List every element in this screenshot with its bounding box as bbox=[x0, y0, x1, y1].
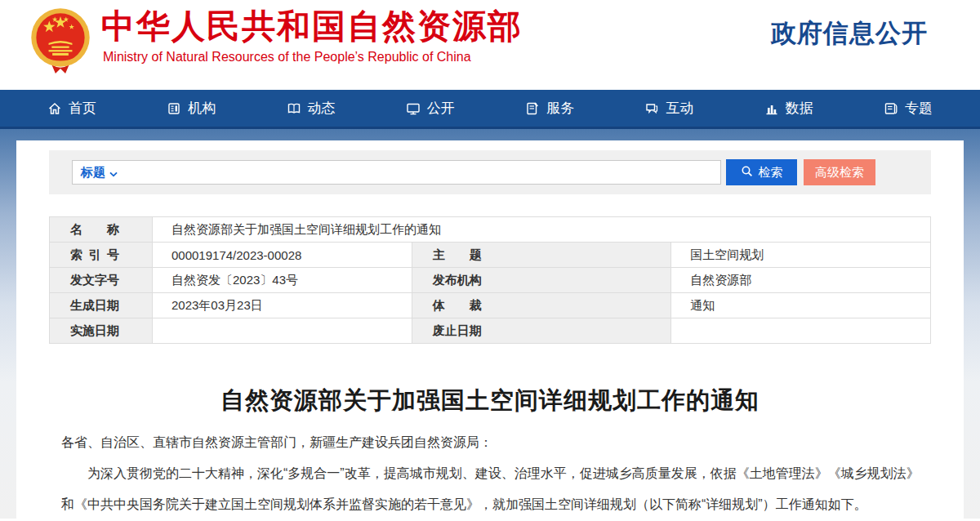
site-subtitle-en: Ministry of Natural Resources of the Peo… bbox=[103, 50, 471, 65]
meta-value-issuing-agency: 自然资源部 bbox=[671, 268, 931, 293]
chevron-down-icon bbox=[109, 166, 118, 180]
article-title: 自然资源部关于加强国土空间详细规划工作的通知 bbox=[49, 386, 931, 414]
meta-label-issue-date: 生成日期 bbox=[50, 293, 153, 318]
nav-label: 首页 bbox=[69, 99, 96, 118]
search-icon bbox=[741, 165, 754, 180]
meta-value-index-number: 000019174/2023-00028 bbox=[153, 243, 412, 268]
article-body: 各省、自治区、直辖市自然资源主管部门，新疆生产建设兵团自然资源局： 为深入贯彻党… bbox=[49, 427, 931, 520]
home-icon bbox=[47, 101, 62, 116]
nav-item-organization[interactable]: 机构 bbox=[167, 99, 216, 118]
meta-row: 索引号 000019174/2023-00028 主题 国土空间规划 bbox=[50, 243, 931, 268]
organization-icon bbox=[167, 101, 181, 116]
article-paragraph: 为深入贯彻党的二十大精神，深化“多规合一”改革，提高城市规划、建设、治理水平，促… bbox=[61, 458, 921, 520]
page-background: 标题 检索 高级检索 名称 自然资源部关于加强国土空间详细规划工作的通知 索引号… bbox=[0, 129, 980, 519]
meta-label-index-number: 索引号 bbox=[50, 243, 153, 268]
meta-row: 实施日期 废止日期 bbox=[50, 318, 931, 344]
search-button-label: 检索 bbox=[759, 165, 783, 180]
doc-meta-table: 名称 自然资源部关于加强国土空间详细规划工作的通知 索引号 000019174/… bbox=[49, 216, 931, 344]
site-title: 中华人民共和国自然资源部 bbox=[101, 7, 523, 46]
nav-item-service[interactable]: 服务 bbox=[525, 99, 574, 118]
nav-item-disclosure[interactable]: 公开 bbox=[406, 99, 455, 118]
search-panel: 标题 检索 高级检索 bbox=[49, 150, 931, 194]
advanced-search-label: 高级检索 bbox=[815, 165, 864, 180]
article-salutation: 各省、自治区、直辖市自然资源主管部门，新疆生产建设兵团自然资源局： bbox=[61, 427, 921, 458]
search-input[interactable] bbox=[124, 162, 712, 183]
meta-label-subject: 主题 bbox=[412, 243, 671, 268]
meta-label-repeal-date: 废止日期 bbox=[412, 318, 671, 344]
data-icon bbox=[764, 101, 779, 116]
advanced-search-button[interactable]: 高级检索 bbox=[804, 159, 875, 185]
meta-label-issuing-agency: 发布机构 bbox=[412, 268, 671, 293]
search-field-selector[interactable]: 标题 bbox=[81, 165, 118, 180]
search-button[interactable]: 检索 bbox=[726, 159, 797, 185]
meta-value-doc-number: 自然资发〔2023〕43号 bbox=[153, 268, 412, 293]
meta-row: 发文字号 自然资发〔2023〕43号 发布机构 自然资源部 bbox=[50, 268, 931, 293]
meta-value-repeal-date bbox=[671, 318, 931, 344]
nav-item-interaction[interactable]: 互动 bbox=[644, 99, 693, 118]
meta-row: 生成日期 2023年03月23日 体裁 通知 bbox=[50, 293, 931, 318]
main-nav: 首页 机构 动态 公开 服务 互动 数据 专题 bbox=[0, 90, 980, 129]
search-input-box: 标题 bbox=[72, 160, 721, 185]
meta-value-name: 自然资源部关于加强国土空间详细规划工作的通知 bbox=[153, 217, 931, 243]
disclosure-icon bbox=[406, 101, 421, 116]
gov-info-disclosure-title[interactable]: 政府信息公开 bbox=[771, 16, 928, 51]
nav-item-data[interactable]: 数据 bbox=[764, 99, 813, 118]
content-card: 标题 检索 高级检索 名称 自然资源部关于加强国土空间详细规划工作的通知 索引号… bbox=[16, 140, 964, 519]
news-icon bbox=[287, 101, 301, 116]
national-emblem-logo bbox=[29, 5, 91, 80]
nav-item-topics[interactable]: 专题 bbox=[884, 99, 933, 118]
meta-label-effective-date: 实施日期 bbox=[50, 318, 153, 344]
nav-label: 动态 bbox=[308, 99, 336, 118]
nav-label: 服务 bbox=[546, 99, 574, 118]
meta-value-genre: 通知 bbox=[671, 293, 931, 318]
interaction-icon bbox=[644, 101, 659, 116]
nav-item-home[interactable]: 首页 bbox=[47, 99, 96, 118]
nav-label: 数据 bbox=[786, 99, 813, 118]
meta-value-subject: 国土空间规划 bbox=[671, 243, 931, 268]
meta-row-name: 名称 自然资源部关于加强国土空间详细规划工作的通知 bbox=[50, 217, 931, 243]
nav-label: 互动 bbox=[666, 99, 693, 118]
search-field-label: 标题 bbox=[81, 165, 105, 180]
meta-value-effective-date bbox=[153, 318, 412, 344]
site-header: 中华人民共和国自然资源部 Ministry of Natural Resourc… bbox=[0, 0, 980, 90]
topics-icon bbox=[884, 101, 898, 116]
service-icon bbox=[525, 101, 540, 116]
meta-value-issue-date: 2023年03月23日 bbox=[153, 293, 412, 318]
meta-label-genre: 体裁 bbox=[412, 293, 671, 318]
nav-item-news[interactable]: 动态 bbox=[287, 99, 336, 118]
meta-label-name: 名称 bbox=[50, 217, 153, 243]
nav-label: 公开 bbox=[427, 99, 455, 118]
nav-label: 专题 bbox=[905, 99, 933, 118]
nav-label: 机构 bbox=[188, 99, 216, 118]
meta-label-doc-number: 发文字号 bbox=[50, 268, 153, 293]
